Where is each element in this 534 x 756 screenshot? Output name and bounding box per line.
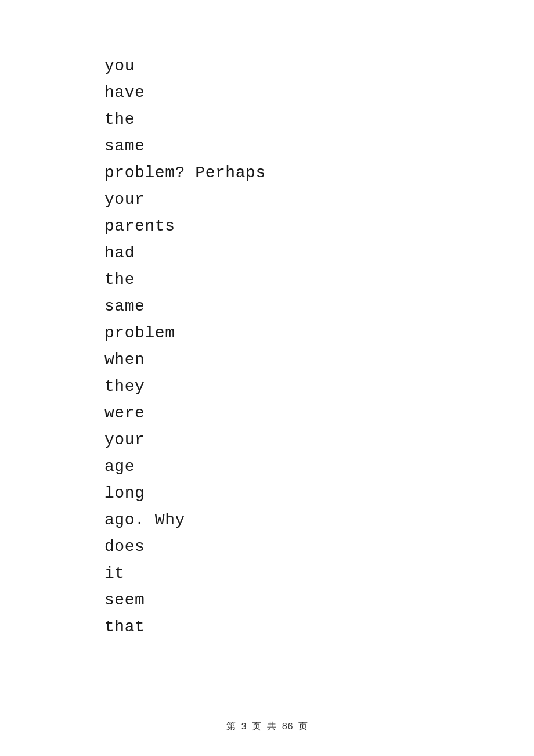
word-line: parents — [104, 218, 534, 235]
word-line: the — [104, 272, 534, 288]
word-line: same — [104, 298, 534, 315]
word-line: age — [104, 459, 534, 475]
word-line: your — [104, 432, 534, 448]
word-line: problem? Perhaps — [104, 165, 534, 181]
word-line: same — [104, 138, 534, 154]
word-line: that — [104, 619, 534, 635]
word-line: does — [104, 539, 534, 555]
word-line: had — [104, 245, 534, 261]
word-line: ago. Why — [104, 512, 534, 528]
word-line: they — [104, 379, 534, 395]
word-line: you — [104, 58, 534, 74]
word-line: were — [104, 405, 534, 422]
word-line: have — [104, 85, 534, 101]
word-line: your — [104, 192, 534, 208]
word-line: when — [104, 352, 534, 368]
page-footer: 第 3 页 共 86 页 — [0, 721, 534, 733]
page-number: 第 3 页 共 86 页 — [226, 722, 308, 732]
word-line: it — [104, 566, 534, 582]
word-line: problem — [104, 325, 534, 341]
word-line: the — [104, 111, 534, 128]
page-content: youhavethesameproblem? Perhapsyourparent… — [0, 0, 534, 692]
word-line: seem — [104, 592, 534, 609]
word-line: long — [104, 485, 534, 502]
